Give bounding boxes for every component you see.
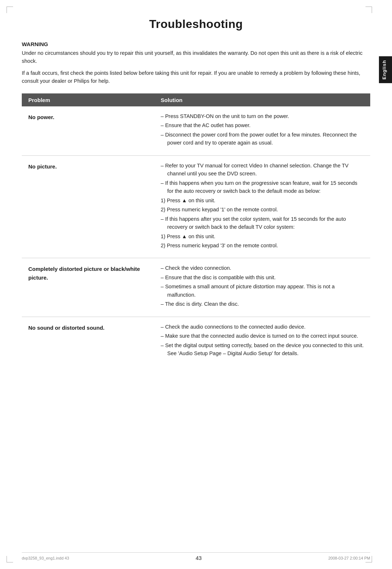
solution-cell: Check the video connection.Ensure that t… — [154, 258, 370, 317]
solution-item: Press STANDBY-ON on the unit to turn on … — [161, 112, 364, 120]
language-tab: English — [379, 56, 392, 83]
solution-item: Ensure that the disc is compatible with … — [161, 273, 364, 281]
solution-cell: Check the audio connections to the conne… — [154, 317, 370, 366]
corner-mark-bl — [7, 556, 13, 562]
table-row: No sound or distorted sound.Check the au… — [22, 317, 370, 366]
solution-item: If this happens after you set the color … — [161, 215, 364, 231]
col-problem-header: Problem — [22, 94, 154, 106]
solution-sub-item: 1) Press ▲ on this unit. — [161, 232, 364, 240]
solution-sub-item: 2) Press numeric keypad '3' on the remot… — [161, 241, 364, 249]
problem-cell: No picture. — [22, 155, 154, 258]
table-header-row: Problem Solution — [22, 94, 370, 106]
footer-left: dvp3258_93_eng1.indd 43 — [22, 556, 69, 560]
warning-section: WARNING Under no circumstances should yo… — [22, 41, 370, 85]
solution-item: Disconnect the power cord from the power… — [161, 131, 364, 147]
solution-item: Sometimes a small amount of picture dist… — [161, 283, 364, 299]
warning-label: WARNING — [22, 41, 370, 47]
table-row: Completely distorted picture or black/wh… — [22, 258, 370, 317]
warning-text-1: Under no circumstances should you try to… — [22, 49, 370, 65]
warning-text-2: If a fault occurs, first check the point… — [22, 69, 370, 85]
solution-item: Ensure that the AC outlet has power. — [161, 121, 364, 129]
solution-sub-item: 2) Press numeric keypad '1' on the remot… — [161, 206, 364, 214]
solution-cell: Refer to your TV manual for correct Vide… — [154, 155, 370, 258]
table-row: No picture.Refer to your TV manual for c… — [22, 155, 370, 258]
solution-item: Refer to your TV manual for correct Vide… — [161, 162, 364, 178]
page-title: Troubleshooting — [22, 17, 370, 31]
solution-item: Check the audio connections to the conne… — [161, 323, 364, 331]
problem-cell: Completely distorted picture or black/wh… — [22, 258, 154, 317]
solution-item: If this happens when you turn on the pro… — [161, 179, 364, 195]
page-footer: dvp3258_93_eng1.indd 43 43 2008-03-27 2:… — [22, 552, 370, 561]
page: English Troubleshooting WARNING Under no… — [0, 0, 392, 569]
table-row: No power.Press STANDBY-ON on the unit to… — [22, 106, 370, 155]
solution-item: The disc is dirty. Clean the disc. — [161, 300, 364, 308]
language-label: English — [381, 60, 387, 80]
col-solution-header: Solution — [154, 94, 370, 106]
solution-item: Set the digital output setting correctly… — [161, 341, 364, 358]
footer-right: 2008-03-27 2:00:14 PM — [328, 556, 370, 560]
solution-sub-item: 1) Press ▲ on this unit. — [161, 196, 364, 204]
page-number: 43 — [196, 555, 202, 561]
solution-item: Make sure that the connected audio devic… — [161, 332, 364, 340]
solution-item: Check the video connection. — [161, 264, 364, 272]
solution-cell: Press STANDBY-ON on the unit to turn on … — [154, 106, 370, 155]
corner-mark-tr — [366, 7, 372, 13]
problem-cell: No power. — [22, 106, 154, 155]
troubleshooting-table: Problem Solution No power.Press STANDBY-… — [22, 94, 370, 366]
problem-cell: No sound or distorted sound. — [22, 317, 154, 366]
corner-mark-tl — [7, 7, 13, 13]
